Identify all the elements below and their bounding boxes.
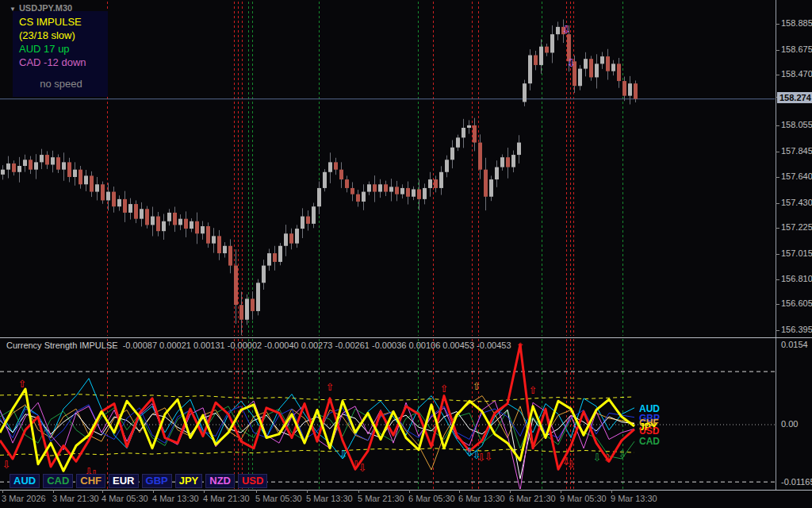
candle-body [506, 157, 510, 167]
candle-body [428, 179, 432, 188]
time-axis-label: 4 Mar 21:30 [203, 494, 250, 503]
price-axis-label: 156.395 [781, 325, 812, 334]
legend-item-eur: EUR [109, 474, 138, 488]
candle-body [473, 125, 477, 143]
candle-body [595, 64, 599, 77]
candle-body [62, 162, 66, 169]
strength-end-label-usd: USD [639, 425, 659, 437]
candle-body [239, 305, 243, 320]
candle-body [140, 209, 144, 218]
time-axis-label: 6 Mar 21:30 [509, 494, 556, 503]
impulse-arrow-icon: ⇧ [326, 381, 335, 393]
candle-body [223, 246, 227, 253]
candle-body [40, 155, 44, 162]
candle-body [1, 170, 5, 175]
price-axis-label: 157.225 [781, 222, 812, 232]
main-chart-pane[interactable]: ⇩⇩ [0, 2, 776, 336]
impulse-arrow-icon: ⇩ [2, 459, 11, 471]
impulse-arrow-icon: ⇩ [485, 451, 493, 463]
impulse-arrow-icon: ⇩ [593, 452, 602, 464]
candle-body [511, 155, 515, 167]
candle-body [262, 266, 266, 283]
candle-body [362, 192, 366, 202]
impulse-arrow-icon: ⇩ [358, 462, 367, 474]
candle-body [600, 56, 604, 64]
candle-body [628, 83, 632, 96]
candle-body [350, 188, 354, 194]
indicator-zero-label: 0.00 [781, 419, 798, 429]
impulse-arrow-icon: ⇧ [516, 341, 525, 352]
legend-item-gbp: GBP [142, 474, 172, 488]
legend-item-aud: AUD [10, 474, 40, 488]
candle-body [617, 64, 621, 81]
indicator-max-label: 0.0154 [781, 340, 808, 349]
candle-body [267, 253, 271, 266]
candle-body [378, 184, 382, 191]
candle-body [489, 179, 493, 197]
candle-body [162, 221, 166, 231]
indicator-min-label: -0.01165 [781, 477, 812, 487]
candle-body [328, 162, 332, 171]
candle-body [167, 213, 171, 221]
candle-body [445, 160, 449, 172]
candle-body [523, 83, 527, 102]
candle-body [556, 27, 560, 34]
candle-body [17, 166, 21, 172]
time-axis-label: 4 Mar 05:30 [102, 494, 148, 503]
candle-body [417, 189, 421, 198]
candle-body [190, 221, 193, 229]
candle-body [67, 162, 71, 177]
indicator-title: Currency Strength IMPULSE [6, 341, 118, 350]
candle-body [134, 204, 138, 219]
info-title: CS IMPULSE [19, 15, 103, 29]
legend-item-cad: CAD [43, 474, 73, 488]
envelope-lower-line [0, 448, 634, 456]
candle-body [423, 188, 427, 199]
signal-arrow-icon: ⇩ [566, 56, 576, 69]
candle-body [301, 217, 304, 229]
impulse-arrow-icon: ⇩ [603, 452, 612, 464]
candle-body [195, 221, 199, 234]
candle-body [206, 226, 210, 244]
candle-body [178, 219, 182, 225]
candle-body [312, 206, 316, 224]
current-price-label: 158.274 [777, 92, 812, 103]
candle-body [462, 128, 465, 137]
candle-body [478, 143, 482, 170]
candle-body [201, 226, 205, 233]
info-aud-line: AUD 17 up [19, 42, 103, 56]
candle-body [56, 157, 60, 170]
candle-body [539, 47, 543, 65]
candle-body [339, 170, 343, 179]
candle-body [412, 189, 416, 196]
candle-body [128, 204, 132, 213]
candle-body [434, 179, 438, 188]
chart-canvas[interactable]: ⇩⇩⇧⇧⇧⇧⇧⇧⇩⇩⇩⇩⇩⇩⇩⇩⇩⇩⇩⇩⇩⇩⇩ [0, 0, 812, 508]
candle-body [317, 188, 321, 206]
indicator-values: -0.00087 0.00021 0.00131 -0.00002 -0.000… [123, 341, 511, 350]
candle-body [79, 170, 82, 185]
time-axis-label: 9 Mar 13:30 [611, 494, 657, 503]
candle-body [584, 59, 588, 68]
candle-body [278, 246, 282, 262]
candle-body [273, 253, 277, 262]
impulse-arrow-icon: ⇧ [529, 384, 538, 396]
candle-body [123, 199, 127, 213]
price-axis-label: 157.845 [781, 146, 812, 156]
candle-body [84, 175, 88, 184]
candle-body [184, 219, 188, 229]
candle-body [400, 188, 404, 194]
mt4-chart-window: ⇩⇩⇧⇧⇧⇧⇧⇧⇩⇩⇩⇩⇩⇩⇩⇩⇩⇩⇩⇩⇩⇩⇩ ▼USDJPY.M30 CS I… [0, 0, 812, 508]
candle-body [545, 47, 549, 53]
time-axis-label: 3 Mar 21:30 [52, 494, 99, 503]
price-axis-label: 158.055 [781, 120, 812, 129]
candle-body [406, 188, 410, 197]
candle-body [106, 192, 110, 201]
candle-body [112, 192, 116, 207]
candle-body [95, 184, 99, 191]
time-axis-label: 3 Mar 2026 [2, 494, 46, 503]
candle-body [23, 160, 27, 166]
candle-body [550, 34, 554, 52]
price-axis-label: 157.430 [781, 198, 812, 207]
candle-body [484, 170, 488, 197]
